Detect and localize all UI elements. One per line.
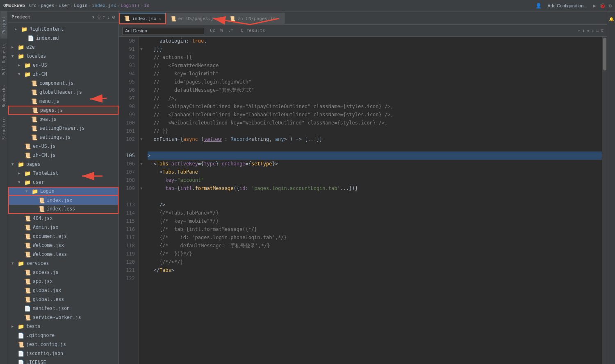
sidebar-toolbar: ⊕ ⇡ ⇣ ⚙ (98, 14, 115, 20)
tab-zh-cn-pages-js[interactable]: 📜 zh-CN/pages.js ✕ (225, 13, 285, 24)
sidebar-item-app-jsx[interactable]: ▶ 📜 app.jsx (8, 277, 118, 286)
sidebar-item-login-index-jsx[interactable]: ▶ 📜 index.jsx (8, 196, 118, 205)
sidebar-item-service-worker-js[interactable]: ▶ 📜 service-worker.js (8, 313, 118, 322)
sidebar-item-pages-js[interactable]: ▶ 📜 pages.js (8, 106, 118, 115)
sidebar-item-404-jsx[interactable]: ▶ 📜 404.jsx (8, 214, 118, 223)
js-icon4: 📜 (32, 107, 38, 113)
tab-close-index-jsx[interactable]: ✕ (159, 16, 161, 21)
sidebar-item-en-us-js[interactable]: ▶ 📜 en-US.js (8, 142, 118, 151)
next-result-button[interactable]: ↓ (582, 28, 585, 34)
code-line-99: // <TaobaoCircleOutlined key="TaobaoCirc… (148, 111, 602, 119)
sidebar-item-en-us[interactable]: ▶ 📁 en-US (8, 61, 118, 70)
vertical-scrollbar[interactable] (602, 37, 607, 364)
code-line-101: // }} (148, 127, 602, 135)
ejs-icon: 📜 (24, 233, 31, 240)
sidebar-item-e2e[interactable]: ▶ 📁 e2e (8, 43, 118, 52)
sidebar-item-index-md[interactable]: ▶ 📄 index.md (8, 34, 118, 43)
sidebar-item-component-js[interactable]: ▶ 📜 component.js (8, 79, 118, 88)
sidebar-item-license[interactable]: ▶ 📄 LICENSE (8, 358, 118, 364)
sidebar-item-global-less[interactable]: ▶ 📜 global.less (8, 295, 118, 304)
sidebar-expand-icon[interactable]: ⇣ (107, 14, 110, 20)
vtab-structure[interactable]: Structure (0, 113, 7, 145)
sidebar-item-rightcontent[interactable]: ▶ 📁 RightContent (8, 25, 118, 34)
jsx-icon2: 📜 (24, 215, 31, 222)
sidebar-item-gitignore[interactable]: ▶ 📄 .gitignore (8, 331, 118, 340)
debug-icon[interactable]: 🐞 (599, 3, 606, 9)
js-icon8: 📜 (24, 143, 31, 149)
folder-icon-en-us: 📁 (24, 62, 31, 68)
sidebar-item-welcome-jsx[interactable]: ▶ 📜 Welcome.jsx (8, 241, 118, 250)
less-icon: 📜 (38, 206, 45, 212)
next-occurrence-button[interactable]: ⇓ (591, 28, 594, 34)
sidebar-item-services[interactable]: ▼ 📁 services (8, 259, 118, 268)
jsx-icon4: 📜 (24, 242, 31, 249)
search-input[interactable] (122, 27, 204, 34)
sidebar-item-locales[interactable]: ▼ 📁 locales (8, 52, 118, 61)
vtab-pull-requests[interactable]: Pull Requests (0, 38, 7, 80)
js-icon9: 📜 (24, 152, 31, 158)
license-icon: 📄 (18, 359, 24, 364)
right-side-panels: 🔔 (607, 11, 615, 364)
sidebar-item-tablelist[interactable]: ▶ 📁 TableList (8, 169, 118, 178)
folder-icon-e2e: 📁 (18, 44, 24, 50)
sidebar-collapse-icon[interactable]: ⇡ (102, 14, 106, 20)
code-line-93: // <FormattedMessage (148, 61, 602, 70)
sidebar-item-global-jsx[interactable]: ▶ 📜 global.jsx (8, 286, 118, 295)
vtab-bookmarks[interactable]: Bookmarks (0, 80, 7, 112)
tab-close-en-us[interactable]: ✕ (218, 16, 221, 21)
tab-index-jsx[interactable]: 📜 index.jsx ✕ (119, 13, 166, 24)
json-icon2: 📄 (18, 350, 24, 357)
run-icon[interactable]: ▶ (593, 3, 596, 9)
code-line-107: <Tabs.TabPane (148, 168, 602, 176)
sidebar-tree: ▶ 📁 RightContent ▶ 📄 index.md ▶ 📁 e2e ▼ … (8, 23, 118, 364)
sidebar-item-manifest-json[interactable]: ▶ 📄 manifest.json (8, 304, 118, 313)
sidebar-item-zh-cn[interactable]: ▼ 📁 zh-CN (8, 70, 118, 79)
code-line-90: autoLogin: true, (148, 37, 602, 45)
sidebar-item-document-ejs[interactable]: ▶ 📜 document.ejs (8, 232, 118, 241)
code-line-94: // key="loginWith" (148, 70, 602, 78)
sort-button[interactable]: ≡ (596, 28, 599, 34)
sidebar-item-tests[interactable]: ▶ 📁 tests (8, 322, 118, 331)
scrollbar-thumb[interactable] (603, 38, 606, 70)
code-line-blank1 (148, 143, 602, 151)
word-option[interactable]: W (219, 27, 225, 34)
case-sensitive-option[interactable]: Cc (208, 27, 217, 34)
settings-icon[interactable]: ⚙ (609, 3, 612, 9)
sidebar-item-settingdrawer-js[interactable]: ▶ 📜 settingDrawer.js (8, 124, 118, 133)
sidebar-locate-icon[interactable]: ⊕ (98, 14, 101, 20)
sidebar-item-login[interactable]: ▼ 📁 Login (8, 187, 118, 196)
sidebar-item-jest-config-js[interactable]: ▶ 📜 jest.config.js (8, 340, 118, 349)
tab-close-zh-cn[interactable]: ✕ (278, 16, 280, 21)
prev-result-button[interactable]: ↑ (578, 28, 581, 34)
sidebar-item-login-index-less[interactable]: ▶ 📜 index.less (8, 205, 118, 214)
sidebar-item-jsconfig-json[interactable]: ▶ 📄 jsconfig.json (8, 349, 118, 358)
line-numbers: 90 91 92 93 94 95 96 97 98 99 100 101 10… (119, 37, 139, 364)
code-line-119: {/* })}*/} (148, 250, 602, 258)
sidebar-item-admin-jsx[interactable]: ▶ 📜 Admin.jsx (8, 223, 118, 232)
regex-option[interactable]: .* (226, 27, 235, 34)
sidebar-item-welcome-less[interactable]: ▶ 📜 Welcome.less (8, 250, 118, 259)
sidebar-item-user[interactable]: ▼ 📁 user (8, 178, 118, 187)
sidebar-item-access-js[interactable]: ▶ 📜 access.js (8, 268, 118, 277)
sidebar-item-pages[interactable]: ▼ 📁 pages (8, 160, 118, 169)
code-line-114: {/*<Tabs.TabPane>*/} (148, 209, 602, 217)
user-icon[interactable]: 👤 (535, 3, 542, 9)
filter-button[interactable]: ▽ (601, 28, 604, 34)
sidebar-item-pwa-js[interactable]: ▶ 📜 pwa.js (8, 115, 118, 124)
sidebar-item-settings-js[interactable]: ▶ 📜 settings.js (8, 133, 118, 142)
add-configuration-button[interactable]: Add Configuration... (545, 2, 590, 9)
code-content: autoLogin: true, }}} // actions=[{ // <F… (144, 37, 602, 283)
vtab-project[interactable]: Project (0, 11, 7, 38)
sidebar-item-globalheader-js[interactable]: ▶ 📜 globalHeader.js (8, 88, 118, 97)
sidebar-item-zh-cn-js[interactable]: ▶ 📜 zh-CN.js (8, 151, 118, 160)
prev-occurrence-button[interactable]: ⇑ (587, 28, 590, 34)
tree-arrow-locales: ▼ (11, 54, 16, 58)
code-scroll[interactable]: autoLogin: true, }}} // actions=[{ // <F… (144, 37, 602, 364)
less-icon2: 📜 (24, 251, 31, 258)
sidebar-dropdown-icon[interactable]: ▾ (92, 14, 95, 20)
tab-en-us-pages-js[interactable]: 📜 en-US/pages.js ✕ (166, 13, 226, 24)
main-layout: Project Pull Requests Bookmarks Structur… (0, 11, 615, 364)
sidebar-item-menu-js[interactable]: ▶ 📜 menu.js (8, 97, 118, 106)
sidebar-gear-icon[interactable]: ⚙ (112, 14, 115, 20)
right-vtab-notifications[interactable]: 🔔 (608, 11, 615, 26)
